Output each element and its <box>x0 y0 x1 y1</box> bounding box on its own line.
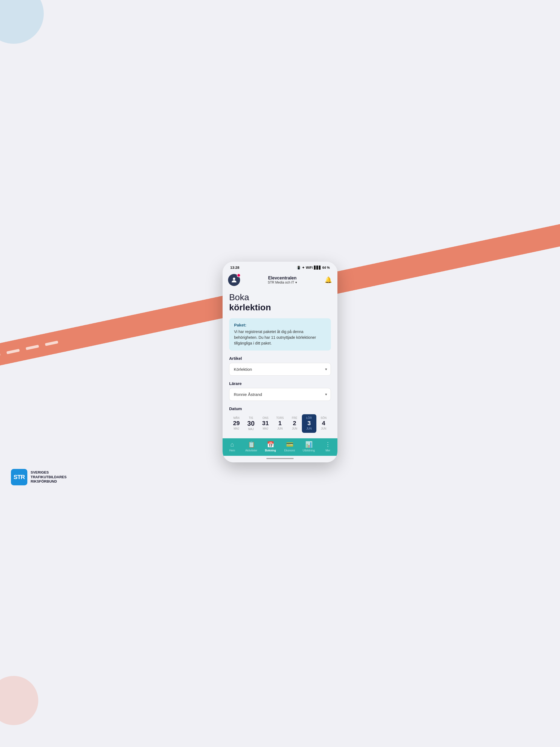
str-logo-box: STR <box>11 469 27 485</box>
info-box: Paket: Vi har registrerat paketet åt dig… <box>229 318 331 351</box>
nav-subtitle-row[interactable]: STR Media och IT ▾ <box>268 281 297 284</box>
vibrate-icon: 📳 <box>297 266 301 269</box>
date-month: MAJ <box>248 428 254 431</box>
date-month: JUN <box>307 427 312 430</box>
nav-icon-bokning: 📅 <box>267 441 274 448</box>
date-month: MAJ <box>234 427 239 430</box>
battery-icon: 64 % <box>322 266 330 269</box>
nav-item-utbildning[interactable]: 📊 Utbildning <box>299 441 318 452</box>
date-day-name: ONS <box>262 416 269 419</box>
signal-icon: ▋▋▋ <box>314 266 321 269</box>
datum-section: Datum MÅN 29 MAJ TIS 30 MAJ ONS 31 MAJ T… <box>229 406 331 433</box>
page-title-light: Boka <box>229 292 331 302</box>
str-line2: TRAFIKUTBILDARES <box>31 475 67 480</box>
date-cell-mån[interactable]: MÅN 29 MAJ <box>229 414 244 433</box>
nav-center: Elevcentralen STR Media och IT ▾ <box>268 276 297 284</box>
road-dash <box>0 353 0 358</box>
date-month: JUN <box>277 427 282 430</box>
date-number: 29 <box>233 420 239 427</box>
artikel-label: Artikel <box>229 356 331 361</box>
date-cell-tis[interactable]: TIS 30 MAJ <box>244 414 258 433</box>
chevron-down-icon: ▾ <box>295 281 297 284</box>
status-time: 13:28 <box>230 265 239 269</box>
nav-icon-hem: ⌂ <box>230 441 234 448</box>
artikel-field-group: Artikel Körlektion ▾ <box>229 356 331 376</box>
date-month: JUN <box>321 427 326 430</box>
nav-item-ekonomi[interactable]: 💳 Ekonomi <box>280 441 299 452</box>
subtitle-text: STR Media och IT <box>268 281 294 284</box>
nav-icon-aktiviteter: 📋 <box>248 441 255 448</box>
nav-label-bokning: Bokning <box>265 449 276 452</box>
home-indicator <box>223 456 337 462</box>
wifi-icon: WiFi <box>306 266 312 269</box>
status-bar: 13:28 📳 ✦ WiFi ▋▋▋ 64 % <box>223 262 337 272</box>
info-box-text: Vi har registrerat paketet åt dig på den… <box>234 329 326 346</box>
nav-label-mer: Mer <box>325 449 330 452</box>
date-number: 31 <box>262 420 269 427</box>
home-bar <box>266 458 294 459</box>
road-dash <box>45 341 58 346</box>
page-title: Boka körlektion <box>229 292 331 313</box>
date-cell-fre[interactable]: FRE 2 JUN <box>287 414 302 433</box>
date-day-name: TORS <box>276 416 284 419</box>
main-content: Boka körlektion Paket: Vi har registrera… <box>223 287 337 438</box>
str-logo-description: SVERIGES TRAFIKUTBILDARES RIKSFÖRBUND <box>31 470 67 484</box>
str-logo-container: STR SVERIGES TRAFIKUTBILDARES RIKSFÖRBUN… <box>11 469 67 485</box>
date-day-name: TIS <box>249 416 253 419</box>
nav-label-utbildning: Utbildning <box>303 449 315 452</box>
larare-field-group: Lärare Ronnie Åstrand ▾ <box>229 381 331 401</box>
nav-label-ekonomi: Ekonomi <box>284 449 295 452</box>
nav-item-mer[interactable]: ⋮ Mer <box>318 441 337 452</box>
nav-item-hem[interactable]: ⌂ Hem <box>223 441 242 452</box>
date-day-name: FRE <box>292 416 297 419</box>
date-row: MÅN 29 MAJ TIS 30 MAJ ONS 31 MAJ TORS 1 … <box>229 414 331 433</box>
bluetooth-icon: ✦ <box>302 266 305 269</box>
artikel-select-wrapper: Körlektion ▾ <box>229 363 331 376</box>
date-day-name: MÅN <box>233 416 239 419</box>
str-line3: RIKSFÖRBUND <box>31 479 67 484</box>
str-logo-text: STR <box>14 473 25 481</box>
artikel-select[interactable]: Körlektion <box>229 363 331 376</box>
date-day-name: SÖN <box>321 416 327 419</box>
status-icons: 📳 ✦ WiFi ▋▋▋ 64 % <box>297 266 330 269</box>
top-nav: Elevcentralen STR Media och IT ▾ 🔔 <box>223 272 337 287</box>
info-box-title: Paket: <box>234 323 326 327</box>
svg-point-0 <box>233 278 235 280</box>
road-dash <box>6 349 20 354</box>
nav-icon-ekonomi: 💳 <box>286 441 294 448</box>
nav-item-bokning[interactable]: 📅 Bokning <box>261 441 280 452</box>
date-cell-sön[interactable]: SÖN 4 JUN <box>316 414 331 433</box>
nav-item-aktiviteter[interactable]: 📋 Aktiviteter <box>242 441 261 452</box>
notification-badge <box>237 274 240 277</box>
app-name: Elevcentralen <box>268 276 297 281</box>
larare-select[interactable]: Ronnie Åstrand <box>229 388 331 401</box>
page-title-bold: körlektion <box>229 302 331 312</box>
date-day-name: LÖR <box>306 416 312 419</box>
str-line1: SVERIGES <box>31 470 67 475</box>
date-number: 30 <box>247 420 255 427</box>
phone-frame: 13:28 📳 ✦ WiFi ▋▋▋ 64 % Elevcentralen ST… <box>223 262 337 462</box>
date-number: 4 <box>322 420 325 427</box>
date-cell-lör[interactable]: LÖR 3 JUN <box>302 414 316 433</box>
nav-icon-mer: ⋮ <box>325 441 331 448</box>
larare-select-wrapper: Ronnie Åstrand ▾ <box>229 388 331 401</box>
date-number: 1 <box>278 420 282 427</box>
road-dash <box>25 345 39 350</box>
date-month: JUN <box>292 427 297 430</box>
bg-decoration-circle-bottom <box>0 676 38 725</box>
nav-icon-utbildning: 📊 <box>305 441 312 448</box>
date-cell-ons[interactable]: ONS 31 MAJ <box>258 414 273 433</box>
bg-decoration-circle-top <box>0 0 44 44</box>
nav-label-aktiviteter: Aktiviteter <box>245 449 257 452</box>
date-number: 2 <box>293 420 296 427</box>
date-number: 3 <box>307 420 311 427</box>
date-cell-tors[interactable]: TORS 1 JUN <box>273 414 287 433</box>
avatar-container[interactable] <box>228 274 240 286</box>
date-month: MAJ <box>263 427 268 430</box>
nav-label-hem: Hem <box>229 449 235 452</box>
datum-label: Datum <box>229 406 331 411</box>
notification-bell-icon[interactable]: 🔔 <box>325 277 332 284</box>
larare-label: Lärare <box>229 381 331 386</box>
bottom-nav: ⌂ Hem 📋 Aktiviteter 📅 Bokning 💳 Ekonomi … <box>223 438 337 456</box>
